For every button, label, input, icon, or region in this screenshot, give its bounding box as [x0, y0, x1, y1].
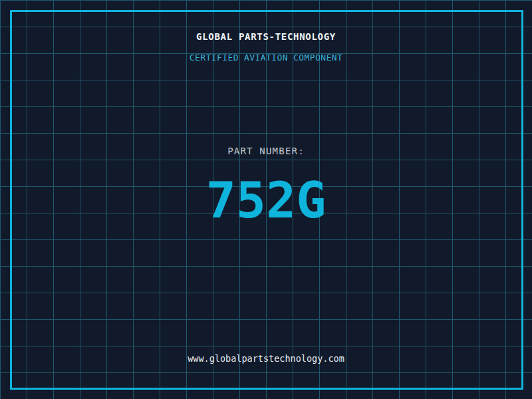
part-certificate-label: GLOBAL PARTS-TECHNOLOGY CERTIFIED AVIATI…	[0, 0, 532, 399]
company-title: GLOBAL PARTS-TECHNOLOGY	[0, 31, 532, 42]
certification-subtitle: CERTIFIED AVIATION COMPONENT	[0, 53, 532, 63]
website-url: www.globalpartstechnology.com	[0, 353, 532, 364]
part-number-label: PART NUMBER:	[0, 146, 532, 156]
part-number-value: 752G	[0, 176, 532, 225]
